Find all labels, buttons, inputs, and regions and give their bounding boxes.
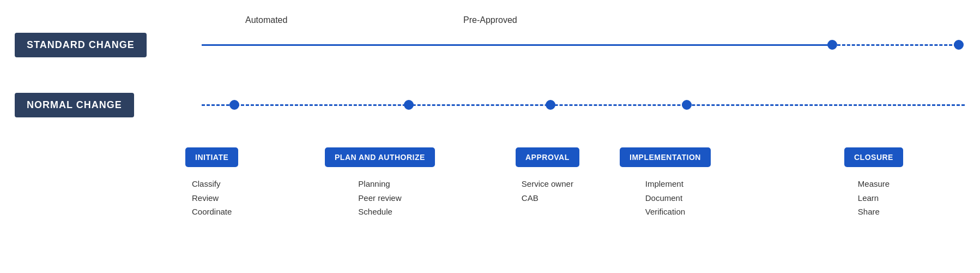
closure-sub-3: Share	[858, 205, 890, 219]
impl-sub-3: Verification	[645, 205, 685, 219]
phase-initiate: INITIATE Classify Review Coordinate	[185, 147, 238, 219]
normal-dot-2	[404, 100, 414, 110]
normal-change-label: NORMAL CHANGE	[15, 93, 134, 117]
normal-dot-3	[546, 100, 555, 110]
impl-sub-2: Document	[645, 191, 685, 205]
phase-approval: APPROVAL Service owner CAB	[516, 147, 579, 205]
phase-implementation: IMPLEMENTATION Implement Document Verifi…	[620, 147, 711, 219]
implementation-sub: Implement Document Verification	[645, 177, 685, 219]
standard-line-solid	[202, 44, 831, 46]
normal-dot-4	[682, 100, 692, 110]
impl-sub-1: Implement	[645, 177, 685, 191]
initiate-sub-3: Coordinate	[192, 205, 232, 219]
diagram-container: Automated Pre-Approved STANDARD CHANGE N…	[0, 0, 980, 273]
normal-dot-1	[229, 100, 239, 110]
approval-sub-2: CAB	[522, 191, 573, 205]
standard-line-dashed	[837, 44, 957, 46]
initiate-sub: Classify Review Coordinate	[192, 177, 232, 219]
approval-sub: Service owner CAB	[522, 177, 573, 205]
closure-sub-2: Learn	[858, 191, 890, 205]
plan-authorize-sub: Planning Peer review Schedule	[358, 177, 401, 219]
initiate-button[interactable]: INITIATE	[185, 147, 238, 167]
plan-sub-3: Schedule	[358, 205, 401, 219]
plan-sub-1: Planning	[358, 177, 401, 191]
label-preapproved: Pre-Approved	[463, 15, 517, 25]
label-automated: Automated	[245, 15, 287, 25]
closure-button[interactable]: CLOSURE	[844, 147, 903, 167]
approval-button[interactable]: APPROVAL	[516, 147, 579, 167]
normal-line-dashed	[202, 104, 965, 106]
closure-sub-1: Measure	[858, 177, 890, 191]
phase-closure: CLOSURE Measure Learn Share	[844, 147, 903, 219]
initiate-sub-1: Classify	[192, 177, 232, 191]
plan-authorize-button[interactable]: PLAN AND AUTHORIZE	[325, 147, 435, 167]
approval-sub-1: Service owner	[522, 177, 573, 191]
standard-dot-1	[827, 40, 837, 50]
standard-dot-2	[954, 40, 964, 50]
closure-sub: Measure Learn Share	[858, 177, 890, 219]
initiate-sub-2: Review	[192, 191, 232, 205]
standard-change-label: STANDARD CHANGE	[15, 33, 147, 57]
phase-plan-authorize: PLAN AND AUTHORIZE Planning Peer review …	[325, 147, 435, 219]
plan-sub-2: Peer review	[358, 191, 401, 205]
implementation-button[interactable]: IMPLEMENTATION	[620, 147, 711, 167]
